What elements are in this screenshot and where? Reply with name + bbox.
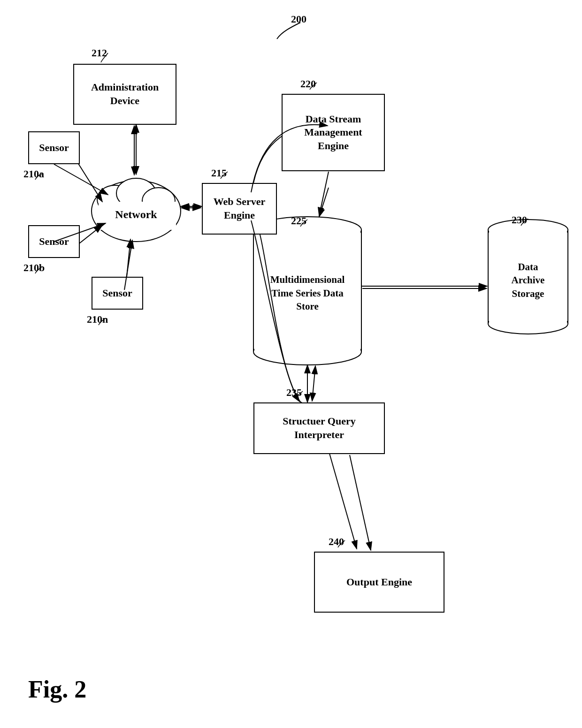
- svg-rect-18: [489, 231, 567, 323]
- data-store-label: MultidimensionalTime Series DataStore: [253, 235, 361, 352]
- diagram: Network: [0, 0, 582, 728]
- sensor-b-box: Sensor: [28, 225, 80, 258]
- admin-device-box: AdministrationDevice: [73, 64, 176, 125]
- svg-point-4: [97, 185, 133, 213]
- svg-line-39: [312, 366, 315, 401]
- svg-point-6: [142, 188, 175, 214]
- output-engine-label: Output Engine: [346, 576, 412, 589]
- svg-line-26: [319, 188, 329, 217]
- web-server-label: Web ServerEngine: [214, 195, 266, 222]
- sql-interpreter-box: Structuer QueryInterpreter: [253, 402, 385, 454]
- svg-rect-9: [253, 230, 361, 352]
- svg-text:Network: Network: [115, 208, 157, 220]
- data-stream-box: Data StreamManagementEngine: [282, 94, 385, 171]
- svg-line-29: [329, 450, 357, 549]
- sensor-n-box: Sensor: [92, 277, 143, 310]
- output-engine-box: Output Engine: [314, 552, 444, 613]
- svg-point-5: [116, 178, 156, 208]
- fig-label: Fig. 2: [28, 675, 86, 703]
- svg-line-40: [350, 455, 371, 550]
- sensor-n-label: Sensor: [102, 287, 132, 300]
- svg-rect-12: [254, 231, 360, 351]
- sensor-a-box: Sensor: [28, 131, 80, 164]
- data-stream-label: Data StreamManagementEngine: [304, 113, 362, 153]
- web-server-box: Web ServerEngine: [202, 183, 277, 235]
- svg-point-3: [92, 181, 181, 242]
- sensor-a-label: Sensor: [39, 141, 69, 155]
- svg-rect-7: [99, 202, 176, 230]
- svg-line-32: [54, 164, 108, 195]
- svg-rect-15: [488, 230, 568, 324]
- data-archive-label: DataArchiveStorage: [488, 235, 568, 326]
- svg-point-11: [253, 339, 361, 365]
- svg-line-37: [319, 172, 329, 216]
- sql-interpreter-label: Structuer QueryInterpreter: [283, 415, 355, 441]
- sensor-b-label: Sensor: [39, 235, 69, 249]
- admin-device-label: AdministrationDevice: [91, 81, 159, 107]
- svg-point-17: [488, 313, 568, 334]
